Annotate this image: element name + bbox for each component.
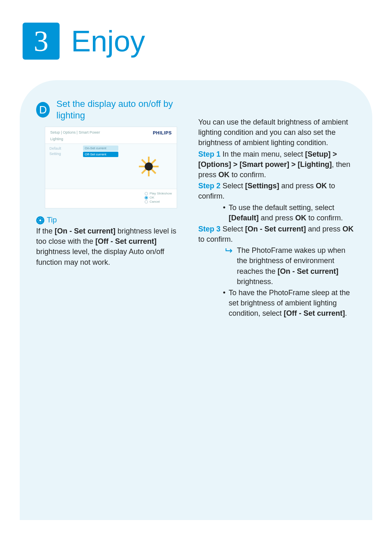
page-title: Enjoy	[71, 24, 145, 58]
step-2-bullet: To use the default setting, select [Defa…	[198, 203, 356, 223]
screenshot-subheader: Lighting	[45, 136, 177, 144]
step-3-bullet: To have the PhotoFrame sleep at the set …	[198, 288, 356, 319]
step-2: Step 2 Select [Settings] and press OK to…	[198, 181, 356, 201]
screenshot-menu-item: Setting	[49, 152, 76, 156]
screenshot-option-selected: Off-Set current	[83, 152, 118, 157]
section-badge: D	[36, 102, 50, 118]
intro-text: You can use the default brightness of am…	[198, 117, 356, 148]
step-1: Step 1 In the main menu, select [Setup] …	[198, 149, 356, 180]
screenshot-breadcrumb: Setup | Options | Smart Power	[50, 130, 100, 135]
screenshot-footer-option: Cancel	[150, 200, 160, 204]
tip-heading: Tip	[36, 216, 186, 224]
step-3-result: The PhotoFrame wakes up when the brightn…	[198, 245, 356, 287]
instructions: You can use the default brightness of am…	[198, 92, 356, 320]
tip-icon	[36, 216, 44, 224]
radio-icon-selected	[145, 196, 148, 199]
content-panel: D Set the display auto on/off by lightin…	[20, 80, 372, 520]
section-subtitle: Set the display auto on/off by lighting	[56, 98, 186, 121]
screenshot-footer-option: OK	[150, 196, 154, 199]
brightness-icon	[139, 157, 159, 176]
screenshot-menu-item: Default	[49, 146, 76, 150]
page-header: 3 Enjoy	[0, 0, 392, 60]
arrow-icon	[225, 247, 233, 256]
tip-label: Tip	[47, 216, 57, 224]
screenshot-footer-option: Play Slideshow	[150, 192, 172, 195]
ui-screenshot: Setup | Options | Smart Power PHILIPS Li…	[45, 127, 177, 208]
step-number-badge: 3	[23, 23, 60, 60]
screenshot-brand: PHILIPS	[153, 130, 172, 135]
svg-point-0	[39, 219, 42, 221]
step-3: Step 3 Select [On - Set current] and pre…	[198, 224, 356, 245]
section-heading: D Set the display auto on/off by lightin…	[36, 98, 186, 121]
radio-icon	[145, 192, 148, 195]
tip-body: If the [On - Set current] brightness lev…	[36, 226, 186, 268]
radio-icon	[145, 200, 148, 204]
screenshot-option: On-Set current	[83, 146, 118, 151]
